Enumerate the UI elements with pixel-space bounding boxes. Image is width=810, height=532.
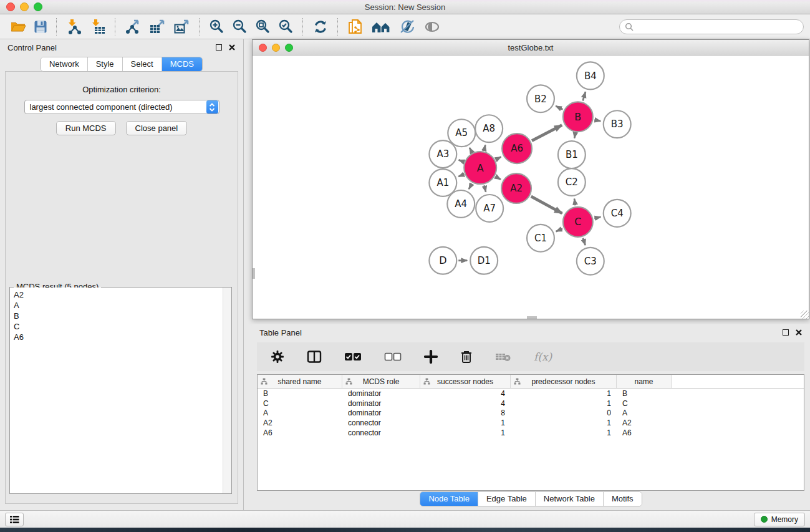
refresh-button[interactable]: [311, 17, 330, 36]
network-window-titlebar[interactable]: testGlobe.txt: [253, 40, 809, 56]
resize-grip[interactable]: [801, 311, 809, 319]
close-panel-action-button[interactable]: Close panel: [126, 121, 188, 135]
show-graphics-details-button[interactable]: [422, 19, 442, 35]
column-header-shared-name[interactable]: shared name: [258, 375, 342, 388]
tab-edge-table[interactable]: Edge Table: [478, 492, 535, 506]
toggle-panes-button[interactable]: [306, 349, 323, 365]
save-session-button[interactable]: [32, 19, 49, 35]
column-header-successor-nodes[interactable]: successor nodes: [420, 375, 511, 388]
run-mcds-button[interactable]: Run MCDS: [56, 121, 116, 135]
graph-edge-C-C2[interactable]: [574, 199, 576, 206]
table-cell[interactable]: A2: [258, 418, 342, 427]
graph-edge-A-A7[interactable]: [485, 185, 486, 191]
export-image-button[interactable]: [172, 17, 191, 36]
table-cell[interactable]: 1: [511, 428, 617, 437]
home-button[interactable]: [370, 18, 392, 36]
network-canvas[interactable]: AA1A2A3A4A5A6A7A8BB1B2B3B4CC1C2C3C4DD1: [253, 56, 809, 319]
open-in-cybrowser-button[interactable]: [346, 17, 365, 37]
table-row[interactable]: Bdominator41B: [258, 389, 804, 399]
column-header-predecessor-nodes[interactable]: predecessor nodes: [511, 375, 617, 388]
table-cell[interactable]: 1: [511, 399, 617, 408]
table-options-button[interactable]: [269, 349, 286, 365]
network-graph[interactable]: AA1A2A3A4A5A6A7A8BB1B2B3B4CC1C2C3C4DD1: [253, 56, 809, 319]
search-input[interactable]: [637, 22, 798, 32]
graph-edge-A-A1[interactable]: [458, 175, 463, 177]
table-cell[interactable]: B: [617, 389, 672, 398]
show-task-history-button[interactable]: [5, 513, 24, 526]
table-cell[interactable]: 1: [420, 428, 511, 437]
table-cell[interactable]: connector: [342, 428, 420, 437]
table-cell[interactable]: 0: [511, 409, 617, 417]
tab-network[interactable]: Network: [41, 57, 87, 71]
graph-edge-A6-B[interactable]: [532, 125, 562, 141]
graph-edge-A-A6[interactable]: [496, 157, 501, 160]
graph-edge-A-A8[interactable]: [484, 145, 485, 150]
criterion-select[interactable]: largest connected component (directed): [24, 100, 219, 114]
mcds-result-item[interactable]: A2: [10, 289, 223, 300]
table-cell[interactable]: A6: [617, 428, 672, 437]
float-panel-button[interactable]: [216, 44, 222, 51]
search-field[interactable]: [619, 19, 804, 34]
table-row[interactable]: A6connector11A6: [258, 428, 804, 438]
graph-edge-C-C3[interactable]: [583, 238, 586, 246]
table-cell[interactable]: A: [258, 409, 342, 417]
table-cell[interactable]: 1: [511, 389, 617, 398]
column-header-MCDS-role[interactable]: MCDS role: [342, 375, 420, 388]
mcds-result-item[interactable]: A6: [10, 332, 223, 342]
function-builder-button[interactable]: f(x): [533, 349, 553, 364]
graph-edge-A-A5[interactable]: [470, 148, 472, 152]
delete-columns-button[interactable]: [459, 349, 474, 365]
float-table-panel-button[interactable]: [783, 329, 789, 336]
close-table-panel-button[interactable]: [795, 329, 803, 336]
graph-edge-A2-C[interactable]: [531, 196, 562, 213]
table-cell[interactable]: A: [617, 409, 672, 417]
column-header-name[interactable]: name: [617, 375, 672, 388]
zoom-in-button[interactable]: [208, 17, 226, 36]
graph-edge-B-B1[interactable]: [574, 133, 575, 138]
open-session-button[interactable]: [9, 18, 27, 36]
close-panel-button[interactable]: [228, 44, 236, 51]
graph-edge-C-C4[interactable]: [594, 217, 600, 218]
mcds-result-item[interactable]: B: [10, 311, 223, 321]
import-network-button[interactable]: [65, 17, 84, 36]
mcds-result-item[interactable]: C: [10, 321, 223, 332]
export-network-button[interactable]: [123, 17, 143, 36]
table-cell[interactable]: 1: [511, 418, 617, 427]
zoom-out-button[interactable]: [231, 17, 249, 36]
table-row[interactable]: Cdominator41C: [258, 399, 804, 409]
tab-network-table[interactable]: Network Table: [535, 492, 603, 506]
table-row[interactable]: A2connector11A2: [258, 418, 804, 428]
table-cell[interactable]: 4: [420, 399, 511, 408]
graph-edge-A-A2[interactable]: [496, 177, 501, 179]
graph-edge-A-A4[interactable]: [469, 184, 472, 190]
tab-node-table[interactable]: Node Table: [420, 492, 478, 506]
node-table[interactable]: shared nameMCDS rolesuccessor nodesprede…: [257, 374, 804, 491]
tab-motifs[interactable]: Motifs: [603, 492, 642, 506]
table-cell[interactable]: A2: [617, 418, 672, 427]
table-cell[interactable]: C: [258, 399, 342, 408]
show-all-columns-button[interactable]: [343, 351, 363, 362]
graph-edge-A-A3[interactable]: [459, 160, 463, 162]
table-cell[interactable]: C: [617, 399, 672, 408]
delete-table-button[interactable]: [494, 350, 513, 364]
mcds-result-item[interactable]: A: [10, 300, 223, 311]
table-row[interactable]: Adominator80A: [258, 408, 804, 418]
table-cell[interactable]: dominator: [342, 389, 420, 398]
memory-button[interactable]: Memory: [754, 513, 805, 526]
canvas-hscroll-thumb[interactable]: [527, 316, 537, 319]
table-cell[interactable]: 4: [420, 389, 511, 398]
graph-edge-B-B4[interactable]: [583, 92, 586, 100]
zoom-selected-button[interactable]: [277, 17, 295, 36]
graph-edge-B-B2[interactable]: [556, 106, 562, 109]
graph-edge-B-B3[interactable]: [594, 120, 600, 121]
table-cell[interactable]: dominator: [342, 399, 420, 408]
table-cell[interactable]: dominator: [342, 409, 420, 417]
list-scrollbar[interactable]: [223, 288, 231, 493]
table-cell[interactable]: 8: [420, 409, 511, 417]
canvas-vscroll-thumb[interactable]: [253, 268, 255, 279]
table-cell[interactable]: 1: [420, 418, 511, 427]
hide-annotations-button[interactable]: [397, 17, 417, 36]
table-cell[interactable]: B: [258, 389, 342, 398]
export-table-button[interactable]: [148, 17, 167, 36]
tab-mcds[interactable]: MCDS: [162, 57, 202, 71]
